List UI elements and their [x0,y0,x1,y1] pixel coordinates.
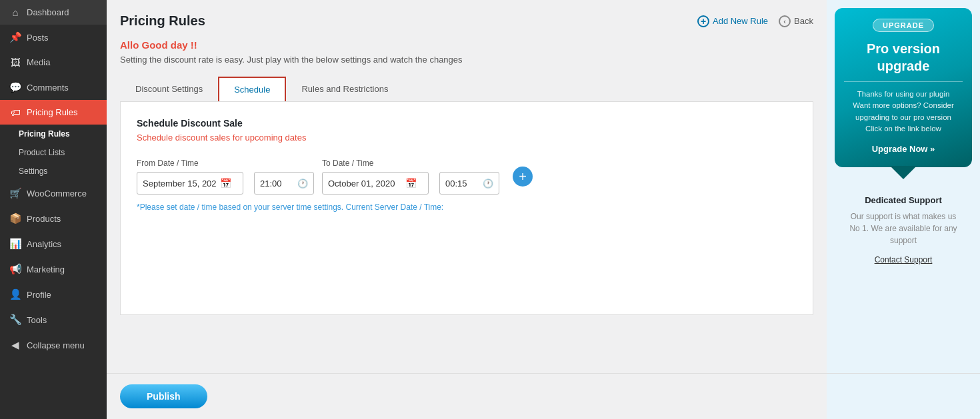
sidebar-sub-product-lists[interactable]: Product Lists [0,143,107,162]
support-section: Dedicated Support Our support is what ma… [827,175,980,275]
back-label: Back [794,16,813,26]
from-date-input-wrap[interactable]: 📅 [137,172,243,195]
tab-rules-restrictions[interactable]: Rules and Restrictions [286,77,403,101]
to-date-input[interactable] [328,179,401,189]
to-time-input[interactable] [445,179,479,189]
sidebar-label-tools: Tools [27,315,47,325]
sidebar-item-dashboard[interactable]: ⌂ Dashboard [0,0,107,25]
greeting-sub: Setting the discount rate is easy. Just … [120,55,813,65]
date-note: *Please set date / time based on your se… [137,203,797,212]
woocommerce-icon: 🛒 [9,187,21,199]
section-sub-highlight: upcoming dates [245,133,307,143]
tab-discount-settings[interactable]: Discount Settings [120,77,218,101]
sidebar-item-marketing[interactable]: 📢 Marketing [0,256,107,282]
right-panel: UPGRADE Pro version upgrade Thanks for u… [827,0,980,373]
add-rule-label: Add New Rule [713,16,768,26]
from-time-input-wrap[interactable]: 🕐 [254,172,314,195]
bottom-row: Publish [107,373,980,419]
section-sub: Schedule discount sales for upcoming dat… [137,133,797,143]
analytics-icon: 📊 [9,238,21,250]
sidebar-label-dashboard: Dashboard [27,7,69,17]
sidebar-label-comments: Comments [27,83,69,93]
main-area: Pricing Rules + Add New Rule ‹ Back Allo… [107,0,980,419]
dashboard-icon: ⌂ [9,7,21,18]
sidebar-item-analytics[interactable]: 📊 Analytics [0,231,107,256]
posts-icon: 📌 [9,31,21,43]
page-title: Pricing Rules [120,13,205,29]
publish-button[interactable]: Publish [120,384,207,408]
tab-label-discount: Discount Settings [135,84,203,94]
from-date-group: From Date / Time 📅 🕐 [137,159,314,195]
sub-label-pricing-rules: Pricing Rules [19,129,70,139]
clock-icon-to: 🕐 [483,179,493,189]
calendar-icon-to: 📅 [405,178,417,189]
right-panel-bottom [827,373,980,419]
sidebar-sub-settings[interactable]: Settings [0,162,107,181]
sidebar-item-pricing-rules[interactable]: 🏷 Pricing Rules [0,100,107,125]
content-area: Pricing Rules + Add New Rule ‹ Back Allo… [107,0,980,373]
schedule-card: Schedule Discount Sale Schedule discount… [120,102,813,315]
date-row: From Date / Time 📅 🕐 [137,159,797,195]
clock-icon-from: 🕐 [297,179,308,189]
sidebar: ⌂ Dashboard 📌 Posts 🖼 Media 💬 Comments 🏷… [0,0,107,419]
sub-label-product-lists: Product Lists [19,148,65,157]
header-actions: + Add New Rule ‹ Back [697,15,813,27]
back-icon: ‹ [779,15,791,27]
sidebar-item-posts[interactable]: 📌 Posts [0,25,107,50]
support-title: Dedicated Support [837,195,969,205]
upgrade-badge: UPGRADE [873,19,934,32]
upgrade-desc: Thanks for using our pluginWant more opt… [844,89,963,135]
upgrade-card: UPGRADE Pro version upgrade Thanks for u… [835,8,972,167]
support-desc: Our support is what makes usNo 1. We are… [837,210,969,246]
sidebar-item-profile[interactable]: 👤 Profile [0,282,107,307]
tab-label-rules: Rules and Restrictions [301,84,388,94]
sidebar-label-pricing-rules: Pricing Rules [27,107,78,117]
from-date-input[interactable] [143,179,216,189]
sidebar-label-products: Products [27,214,61,224]
sidebar-label-posts: Posts [27,33,49,43]
section-title: Schedule Discount Sale [137,118,797,129]
calendar-icon-from: 📅 [220,178,231,189]
sidebar-item-collapse[interactable]: ◀ Collapse menu [0,332,107,358]
greeting-main: Allo Good day !! [120,39,813,51]
sub-label-settings: Settings [19,167,47,176]
sidebar-label-media: Media [27,57,50,67]
add-new-rule-button[interactable]: + Add New Rule [697,15,768,27]
from-label: From Date / Time [137,159,314,168]
add-date-row-button[interactable]: + [513,167,533,187]
media-icon: 🖼 [9,57,21,68]
sidebar-item-tools[interactable]: 🔧 Tools [0,307,107,332]
sidebar-label-collapse: Collapse menu [27,340,85,350]
from-time-input[interactable] [260,179,293,189]
sidebar-label-profile: Profile [27,290,51,300]
tools-icon: 🔧 [9,314,21,326]
sidebar-label-marketing: Marketing [27,264,65,274]
to-date-input-wrap[interactable]: 📅 [322,172,429,195]
upgrade-now-button[interactable]: Upgrade Now » [844,144,963,154]
products-icon: 📦 [9,212,21,224]
marketing-icon: 📢 [9,263,21,275]
to-date-group: To Date / Time 📅 🕐 [322,159,499,195]
tab-schedule[interactable]: Schedule [218,77,286,101]
sidebar-sub-pricing-rules[interactable]: Pricing Rules [0,125,107,143]
sidebar-item-comments[interactable]: 💬 Comments [0,75,107,100]
sidebar-item-woocommerce[interactable]: 🛒 WooCommerce [0,181,107,206]
comments-icon: 💬 [9,81,21,93]
contact-support-link[interactable]: Contact Support [875,255,933,264]
sidebar-label-analytics: Analytics [27,239,61,249]
profile-icon: 👤 [9,288,21,300]
sidebar-label-woocommerce: WooCommerce [27,189,87,199]
back-button[interactable]: ‹ Back [779,15,813,27]
collapse-icon: ◀ [9,339,21,351]
page-header: Pricing Rules + Add New Rule ‹ Back [120,13,813,29]
tab-label-schedule: Schedule [234,85,270,95]
sidebar-item-products[interactable]: 📦 Products [0,206,107,231]
pricing-rules-icon: 🏷 [9,107,21,118]
center-panel: Pricing Rules + Add New Rule ‹ Back Allo… [107,0,827,373]
tabs-bar: Discount Settings Schedule Rules and Res… [120,77,813,102]
sidebar-item-media[interactable]: 🖼 Media [0,50,107,75]
add-icon: + [697,15,709,27]
to-time-input-wrap[interactable]: 🕐 [439,172,499,195]
upgrade-title: Pro version upgrade [844,40,963,75]
to-label: To Date / Time [322,159,499,168]
